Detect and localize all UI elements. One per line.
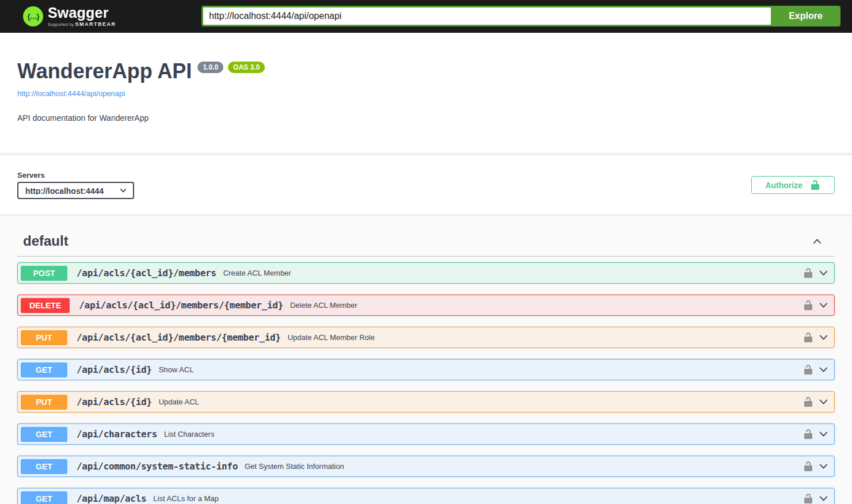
spec-url-form: Explore xyxy=(201,6,840,26)
operation-row-delete[interactable]: DELETE/api/acls/{acl_id}/members/{member… xyxy=(17,295,835,316)
operation-row-put[interactable]: PUT/api/acls/{acl_id}/members/{member_id… xyxy=(17,327,835,348)
auth-lock-button[interactable] xyxy=(802,300,814,311)
operation-summary: Get System Static Information xyxy=(245,462,344,471)
operation-path: /api/acls/{id} xyxy=(77,396,152,407)
unlock-icon xyxy=(802,300,814,311)
operations-section: default POST/api/acls/{acl_id}/membersCr… xyxy=(17,215,835,504)
scheme-container: Servers http://localhost:4444 Authorize xyxy=(0,155,852,215)
spec-url-input[interactable] xyxy=(201,6,771,26)
brand-tagline: Supported by SMARTBEAR xyxy=(48,22,116,28)
chevron-down-icon xyxy=(817,267,830,279)
brand-name: Swagger xyxy=(48,5,116,21)
operation-path: /api/characters xyxy=(77,429,157,440)
unlock-icon xyxy=(802,429,814,440)
expand-operation-button[interactable] xyxy=(817,396,830,408)
expand-operation-button[interactable] xyxy=(817,428,830,440)
unlock-icon xyxy=(802,461,814,472)
chevron-down-icon xyxy=(817,299,830,311)
chevron-down-icon xyxy=(817,396,830,408)
version-badge: 1.0.0 xyxy=(197,62,223,73)
operation-controls xyxy=(802,267,830,279)
unlock-icon xyxy=(802,268,814,279)
api-description: API documentation for WandererApp xyxy=(17,113,835,123)
api-title-text: WandererApp API xyxy=(17,59,192,83)
topbar: {…} Swagger Supported by SMARTBEAR Explo… xyxy=(0,0,852,33)
servers-block: Servers http://localhost:4444 xyxy=(17,171,134,199)
servers-select[interactable]: http://localhost:4444 xyxy=(17,182,134,199)
chevron-up-icon xyxy=(811,235,823,247)
operation-summary: Show ACL xyxy=(159,365,194,374)
auth-lock-button[interactable] xyxy=(802,268,814,279)
chevron-down-icon xyxy=(817,492,830,504)
swagger-logo-icon: {…} xyxy=(23,6,43,26)
expand-operation-button[interactable] xyxy=(817,331,830,343)
operation-controls xyxy=(802,396,830,408)
chevron-down-icon xyxy=(817,460,830,472)
auth-lock-button[interactable] xyxy=(802,461,814,472)
explore-button[interactable]: Explore xyxy=(771,6,840,26)
chevron-down-icon xyxy=(817,331,830,343)
auth-lock-button[interactable] xyxy=(802,396,814,408)
auth-lock-button[interactable] xyxy=(802,429,814,440)
braces-glyph: {…} xyxy=(27,12,39,21)
operation-summary: Delete ACL Member xyxy=(290,301,357,310)
auth-lock-button[interactable] xyxy=(802,364,814,376)
unlock-icon xyxy=(802,332,814,343)
operation-summary: List Characters xyxy=(164,430,214,438)
tagline-brand: SMARTBEAR xyxy=(75,21,116,27)
auth-lock-button[interactable] xyxy=(802,493,814,504)
operation-controls xyxy=(802,492,830,504)
method-badge: GET xyxy=(21,362,67,377)
operation-path: /api/acls/{acl_id}/members/{member_id} xyxy=(77,332,281,343)
operations-list: POST/api/acls/{acl_id}/membersCreate ACL… xyxy=(17,257,835,504)
operation-summary: Create ACL Member xyxy=(223,269,291,277)
expand-operation-button[interactable] xyxy=(817,299,830,311)
operation-path: /api/acls/{acl_id}/members xyxy=(77,268,216,278)
operation-controls xyxy=(802,460,830,472)
method-badge: GET xyxy=(21,427,67,442)
method-badge: DELETE xyxy=(21,298,70,313)
swagger-brand-link[interactable]: {…} Swagger Supported by SMARTBEAR xyxy=(23,5,116,27)
operation-row-get[interactable]: GET/api/common/system-static-infoGet Sys… xyxy=(17,456,835,477)
operation-row-get[interactable]: GET/api/charactersList Characters xyxy=(17,423,835,445)
page-title: WandererApp API 1.0.0 OAS 3.0 xyxy=(17,59,835,83)
tag-section-header[interactable]: default xyxy=(17,227,835,257)
collapse-section-button[interactable] xyxy=(811,235,823,247)
operation-path: /api/acls/{id} xyxy=(77,364,152,375)
operation-row-post[interactable]: POST/api/acls/{acl_id}/membersCreate ACL… xyxy=(17,262,835,284)
method-badge: POST xyxy=(21,266,67,281)
operation-row-get[interactable]: GET/api/acls/{id}Show ACL xyxy=(17,359,835,380)
operation-controls xyxy=(802,331,830,343)
unlock-icon xyxy=(802,396,814,408)
expand-operation-button[interactable] xyxy=(817,267,830,279)
expand-operation-button[interactable] xyxy=(817,364,830,376)
operation-controls xyxy=(802,428,830,440)
operation-summary: Update ACL xyxy=(159,398,199,406)
info-section: WandererApp API 1.0.0 OAS 3.0 http://loc… xyxy=(0,33,852,152)
method-badge: GET xyxy=(21,491,67,504)
unlock-icon xyxy=(809,180,821,191)
spec-link[interactable]: http://localhost:4444/api/openapi xyxy=(17,89,125,98)
operation-path: /api/common/system-static-info xyxy=(77,461,238,472)
tagline-prefix: Supported by xyxy=(48,22,74,26)
authorize-button[interactable]: Authorize xyxy=(751,176,835,194)
unlock-icon xyxy=(802,493,814,504)
operation-path: /api/acls/{acl_id}/members/{member_id} xyxy=(79,300,283,311)
chevron-down-icon xyxy=(817,428,830,440)
authorize-label: Authorize xyxy=(765,181,802,190)
chevron-down-icon xyxy=(817,364,830,376)
expand-operation-button[interactable] xyxy=(817,492,830,504)
oas-badge: OAS 3.0 xyxy=(228,62,265,73)
operation-row-get[interactable]: GET/api/map/aclsList ACLs for a Map xyxy=(17,488,835,504)
method-badge: PUT xyxy=(21,395,67,410)
expand-operation-button[interactable] xyxy=(817,460,830,472)
auth-lock-button[interactable] xyxy=(802,332,814,343)
servers-label: Servers xyxy=(17,171,134,180)
unlock-icon xyxy=(802,364,814,376)
operation-summary: List ACLs for a Map xyxy=(153,494,218,503)
operation-controls xyxy=(802,364,830,376)
tag-title: default xyxy=(23,233,69,249)
method-badge: GET xyxy=(21,459,67,474)
operation-controls xyxy=(802,299,830,311)
operation-row-put[interactable]: PUT/api/acls/{id}Update ACL xyxy=(17,391,835,413)
